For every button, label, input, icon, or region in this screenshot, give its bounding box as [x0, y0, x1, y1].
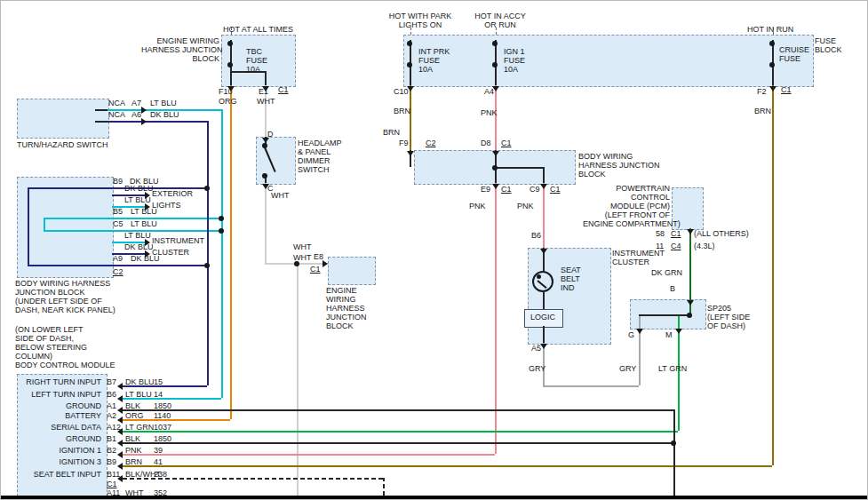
bcm-row-circuit: 14: [154, 390, 163, 399]
bcm-row-name: BATTERY: [17, 411, 101, 420]
label-wire-brn: BRN: [394, 107, 410, 115]
bcm-row-term: A1: [107, 401, 116, 410]
label-term-c10: C10: [394, 87, 409, 96]
terminal-arrow: [540, 249, 547, 254]
wire-cluster-internal: [543, 326, 545, 343]
wire-org-feed: [230, 85, 232, 419]
wire-ltblu-bus: [44, 218, 45, 230]
label-conn-c1: C1: [501, 139, 512, 147]
junction-dot: [227, 41, 233, 46]
label-hot-in-accy: HOT IN ACCYOR RUN: [463, 12, 538, 29]
label-exterior-lights: EXTERIORLIGHTS: [152, 188, 193, 211]
bcm-row-name: IGNITION 1: [17, 446, 101, 455]
bcm-row-circuit: 39: [154, 446, 163, 455]
label-wire-ltblu: LT BLU: [131, 219, 157, 228]
wire-ltgrn-serial-row: [123, 431, 678, 433]
wire-pnk-ign1-row: [123, 454, 495, 456]
label-logic: LOGIC: [524, 313, 561, 321]
label-tbc-fuse: TBCFUSE10A: [246, 47, 267, 74]
terminal-arrow: [117, 383, 123, 390]
label-term-b5: B5: [113, 207, 123, 216]
bcm-row-name: RIGHT TURN INPUT: [17, 377, 101, 386]
label-term-a6: A6: [131, 110, 141, 119]
label-term-b6: B6: [531, 231, 541, 240]
label-wire-ltgrn: LT GRN: [658, 364, 687, 373]
seat-belt-indicator-icon: [532, 271, 553, 292]
wire-blk-ground-vert: [673, 409, 675, 496]
label-wire-ltblu: LT BLU: [124, 195, 151, 204]
bcm-row-term: B6: [107, 390, 116, 399]
wire-switch-stub: [95, 109, 108, 111]
label-term-e9: E9: [481, 185, 490, 194]
bottom-bar: [1, 496, 868, 500]
terminal-arrow: [117, 440, 123, 447]
label-wire-org: ORG: [219, 97, 237, 106]
label-wire-dkgrn: DK GRN: [651, 268, 682, 277]
wire-splice-internal: [639, 314, 689, 316]
label-conn-c1: C1: [671, 229, 681, 238]
label-wire-brn: BRN: [754, 107, 771, 115]
junction-dot: [687, 313, 692, 318]
terminal-arrow: [323, 260, 328, 267]
wire-brn-f2-down: [772, 85, 774, 465]
terminal-arrow: [141, 107, 147, 114]
bcm-row-term: B2: [107, 446, 116, 455]
wire-wht-to-bcm: [297, 263, 299, 496]
terminal-arrow: [492, 184, 499, 189]
bcm-row-term: B7: [107, 377, 116, 386]
bcm-row-circuit: 1850: [154, 401, 171, 410]
label-43l: (4.3L): [694, 242, 715, 250]
label-wire-brn: BRN: [383, 128, 400, 137]
label-bcm-location-note: (ON LOWER LEFTSIDE OF DASH,BELOW STEERIN…: [15, 325, 115, 369]
terminal-arrow: [636, 329, 643, 334]
junction-dot: [227, 62, 233, 67]
label-term-e8: E8: [314, 252, 323, 261]
junction-dot: [219, 228, 224, 234]
label-term-b: B: [670, 284, 675, 293]
label-engine-wiring-jb-2: ENGINEWIRINGHARNESSJUNCTIONBLOCK: [326, 286, 367, 330]
label-wire-ltblu: LT BLU: [150, 99, 177, 107]
wire-cluster-internal: [543, 292, 545, 309]
label-conn-c1: C1: [501, 185, 512, 194]
label-wire-gry: GRY: [529, 364, 545, 373]
wire-dkblu-bus: [28, 187, 29, 265]
junction-dot: [769, 62, 775, 67]
label-wire-dkblu: DK BLU: [150, 110, 179, 119]
bcm-row-color: LT GRN: [125, 423, 154, 432]
label-conn-c1: C1: [278, 85, 289, 94]
label-cruise-fuse: CRUISEFUSE: [779, 45, 809, 63]
label-term-b9: B9: [113, 177, 123, 186]
label-term-e1: E1: [259, 87, 268, 96]
bcm-row-name: LEFT TURN INPUT: [17, 390, 101, 399]
bcm-row-circuit: 41: [154, 457, 163, 466]
seat-belt-icon-head: [537, 274, 541, 279]
label-term-m: M: [665, 330, 673, 339]
junction-dot: [262, 173, 267, 179]
instrument-cluster-box: [528, 248, 611, 345]
wire-blkwht-seatbelt-vert: [383, 478, 385, 496]
junction-dot: [219, 216, 224, 221]
wire-wht-c-down: [265, 183, 267, 263]
wire-pnk-e9-down: [495, 183, 497, 454]
label-sp205: SP205(LEFT SIDEOF DASH): [707, 304, 750, 330]
label-wire-pnk: PNK: [517, 202, 534, 210]
label-wire-dkblu: DK BLU: [124, 242, 154, 251]
label-conn-c2: C2: [113, 267, 123, 276]
label-term-c9: C9: [530, 185, 540, 194]
label-conn-c1: C1: [781, 85, 792, 94]
label-hot-at-all-times: HOT AT ALL TIMES: [223, 25, 293, 34]
label-term-c5: C5: [113, 219, 123, 228]
bcm-row-color: ORG: [125, 411, 144, 420]
terminal-arrow: [141, 118, 147, 125]
label-body-wiring-jb-note: BODY WIRING HARNESSJUNCTION BLOCK(UNDER …: [15, 279, 115, 314]
bcm-row-circuit: 1037: [154, 423, 171, 432]
terminal-arrow: [540, 184, 547, 189]
label-headlamp-switch: HEADLAMP& PANELDIMMERSWITCH: [298, 139, 342, 174]
label-ign1-fuse: IGN 1FUSE10A: [504, 47, 525, 74]
terminal-arrow: [117, 451, 123, 458]
junction-dot: [204, 263, 210, 268]
label-hot-in-run: HOT IN RUN: [747, 25, 793, 34]
terminal-arrow: [540, 344, 547, 349]
label-term-d8: D8: [481, 139, 491, 147]
junction-dot: [769, 41, 775, 46]
